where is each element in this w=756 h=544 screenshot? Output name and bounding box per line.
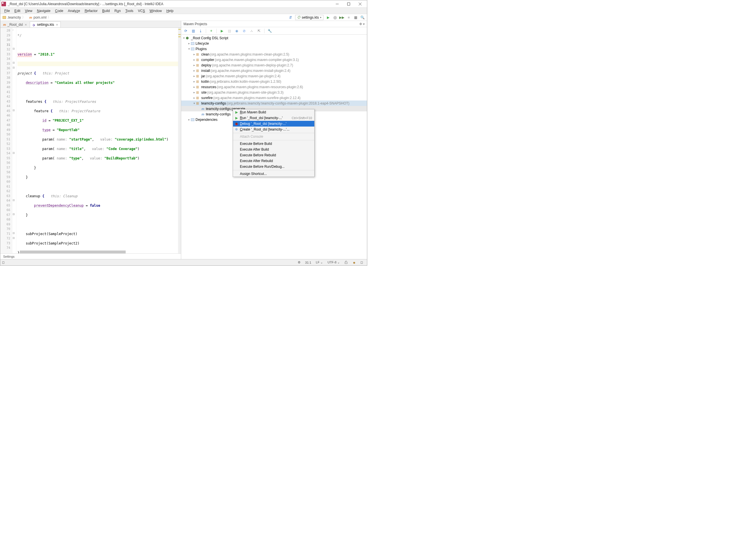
add-maven-button[interactable]: ＋ [208, 28, 215, 34]
gutter[interactable]: 2829303132333435363738394041424344454647… [0, 28, 12, 253]
tree-row[interactable]: ▾Plugins [181, 46, 367, 52]
context-menu-item[interactable]: 🐞Debug '_Root_dsl [teamcity-...' [233, 121, 314, 127]
search-everywhere-button[interactable]: 🔍 [359, 14, 366, 21]
run-button[interactable]: ▶ [325, 14, 331, 21]
editor-tab-settings[interactable]: ⬗ settings.kts ✕ [30, 21, 61, 27]
twisty-icon[interactable]: ▸ [193, 74, 196, 78]
maven-toolbar: ⟳ ▥ ⭳ ＋ ▶ ▤ ◉ ⊘ ⛬ ⇱ 🔧 [181, 27, 367, 35]
show-dependencies-button[interactable]: ⛬ [248, 28, 255, 34]
code-editor[interactable]: */ version = "2018.1" project { this: Pr… [16, 28, 178, 253]
inspections-icon[interactable]: ☻ [350, 261, 358, 264]
caret-position[interactable]: 31:1 [303, 261, 313, 264]
tree-row[interactable]: ▸⊞surefire (org.apache.maven.plugins:mav… [181, 95, 367, 100]
breadcrumb-teamcity[interactable]: .teamcity〉 [1, 15, 28, 20]
fold-column[interactable]: ⌐ ⊟ ⊟ ⊟ ⊟ ⊟ ⊟ ⊟ ⊟ ⊟ [12, 28, 16, 253]
tool-window-button[interactable]: ◻ [2, 261, 5, 264]
reimport-button[interactable]: ⟳ [182, 28, 189, 34]
run-maven-button[interactable]: ▶ [218, 28, 225, 34]
context-menu-item[interactable]: ▶Run '_Root_dsl [teamcity-...'Ctrl+Shift… [233, 115, 314, 121]
update-button[interactable]: ⇵ [287, 14, 294, 21]
context-menu-item[interactable]: Execute After Build [233, 147, 314, 152]
menu-file[interactable]: File [2, 8, 12, 13]
menu-code[interactable]: Code [53, 8, 66, 13]
context-menu-item[interactable]: Execute Before Run/Debug... [233, 164, 314, 169]
run-coverage-button[interactable]: ▶▶ [339, 14, 345, 21]
menu-vcs[interactable]: VCS [136, 8, 147, 13]
context-menu-item[interactable]: Execute Before Rebuild [233, 152, 314, 158]
twisty-icon[interactable]: ▸ [193, 64, 196, 67]
menu-build[interactable]: Build [100, 8, 112, 13]
context-menu-item: Attach Console [233, 134, 314, 139]
twisty-icon[interactable]: ▸ [193, 91, 196, 94]
twisty-icon[interactable]: ▸ [193, 80, 196, 83]
menu-view[interactable]: View [23, 8, 35, 13]
twisty-icon[interactable]: ▾ [193, 102, 196, 105]
context-menu-item[interactable]: Execute Before Build [233, 141, 314, 147]
maven-tree[interactable]: ▾⬢_Root Config DSL Script▸Lifecycle▾Plug… [181, 35, 367, 259]
context-menu-item[interactable]: Assign Shortcut... [233, 171, 314, 177]
tree-row[interactable]: ▾⬢_Root Config DSL Script [181, 35, 367, 41]
twisty-icon[interactable]: ▸ [193, 96, 196, 99]
tree-node-label: kotlin [201, 80, 209, 84]
run-configuration-selector[interactable]: ⬡ settings.kts ▾ [295, 15, 323, 20]
menu-edit[interactable]: Edit [12, 8, 23, 13]
menu-analyze[interactable]: Analyze [66, 8, 82, 13]
event-log-icon[interactable]: ⚙ [295, 261, 303, 264]
editor-breadcrumb[interactable]: Settings [0, 253, 181, 259]
menu-navigate[interactable]: Navigate [35, 8, 53, 13]
menu-run[interactable]: Run [112, 8, 123, 13]
twisty-icon[interactable]: ▾ [182, 36, 185, 40]
twisty-icon[interactable]: ▸ [187, 42, 190, 45]
close-icon[interactable]: ✕ [56, 23, 58, 26]
tree-row[interactable]: ▸⊞jar (org.apache.maven.plugins:maven-ja… [181, 73, 367, 79]
context-menu-item[interactable]: Execute After Rebuild [233, 158, 314, 164]
maven-settings-button[interactable]: 🔧 [266, 28, 273, 34]
tree-row[interactable]: ▾⊞teamcity-configs (org.jetbrains.teamci… [181, 100, 367, 106]
stop-button[interactable]: ■ [346, 14, 352, 21]
twisty-icon[interactable]: ▸ [193, 69, 196, 72]
download-sources-button[interactable]: ⭳ [197, 28, 204, 34]
debug-button[interactable]: ⬤ [332, 14, 338, 21]
collapse-all-button[interactable]: ⇱ [256, 28, 262, 34]
project-structure-button[interactable]: ▦ [352, 14, 359, 21]
memory-indicator[interactable]: ◻ [358, 261, 365, 264]
breadcrumb-pom[interactable]: mpom.xml〉 [28, 15, 53, 20]
twisty-icon[interactable]: ▸ [187, 118, 190, 121]
twisty-icon[interactable]: ▸ [193, 53, 196, 56]
file-encoding[interactable]: UTF-8 ⌄ [325, 261, 342, 264]
generate-sources-button[interactable]: ▥ [190, 28, 197, 34]
menu-window[interactable]: Window [147, 8, 164, 13]
tree-row[interactable]: ▸⊞deploy (org.apache.maven.plugins:maven… [181, 62, 367, 68]
skip-tests-button[interactable]: ⊘ [241, 28, 248, 34]
twisty-icon[interactable]: ▸ [193, 85, 196, 88]
tree-row[interactable]: ▸⊞resources (org.apache.maven.plugins:ma… [181, 84, 367, 90]
close-icon[interactable]: ✕ [25, 23, 27, 26]
twisty-icon[interactable]: ▾ [187, 47, 190, 50]
tree-node-label: Dependencies [196, 118, 218, 122]
context-menu-item[interactable]: ✲Create '_Root_dsl [teamcity-...'... [233, 127, 314, 132]
tree-row[interactable]: ▸⊞site (org.apache.maven.plugins:maven-s… [181, 90, 367, 95]
menu-help[interactable]: Help [164, 8, 176, 13]
menu-refactor[interactable]: Refactor [82, 8, 100, 13]
tree-row[interactable]: ▸⊞compiler (org.apache.maven.plugins:mav… [181, 57, 367, 62]
menu-tools[interactable]: Tools [123, 8, 136, 13]
minimize-button[interactable] [331, 1, 343, 7]
editor-tab-root-dsl[interactable]: m _Root_dsl ✕ [0, 21, 29, 27]
read-only-toggle[interactable] [342, 261, 350, 265]
tree-row[interactable]: ▸⊞install (org.apache.maven.plugins:mave… [181, 68, 367, 73]
twisty-icon[interactable]: ▸ [193, 58, 196, 61]
tree-row[interactable]: ▸Lifecycle [181, 41, 367, 46]
horizontal-scrollbar[interactable] [20, 251, 118, 253]
tree-row[interactable]: ▸⊞clean (org.apache.maven.plugins:maven-… [181, 52, 367, 57]
context-menu-item[interactable]: ▶Run Maven Build [233, 109, 314, 115]
toggle-offline-button[interactable]: ◉ [233, 28, 240, 34]
maximize-button[interactable] [343, 1, 354, 7]
tree-row[interactable]: ▸⊞kotlin (org.jetbrains.kotlin:kotlin-ma… [181, 79, 367, 84]
line-separator[interactable]: LF ⌄ [313, 261, 325, 264]
close-button[interactable] [354, 1, 366, 7]
menu-item-label: Attach Console [240, 135, 312, 139]
tree-node-label: clean [201, 52, 210, 56]
panel-settings-icon[interactable]: ✥ ▾ [359, 22, 365, 26]
marker-strip[interactable] [178, 28, 181, 253]
execute-goal-button[interactable]: ▤ [226, 28, 233, 34]
